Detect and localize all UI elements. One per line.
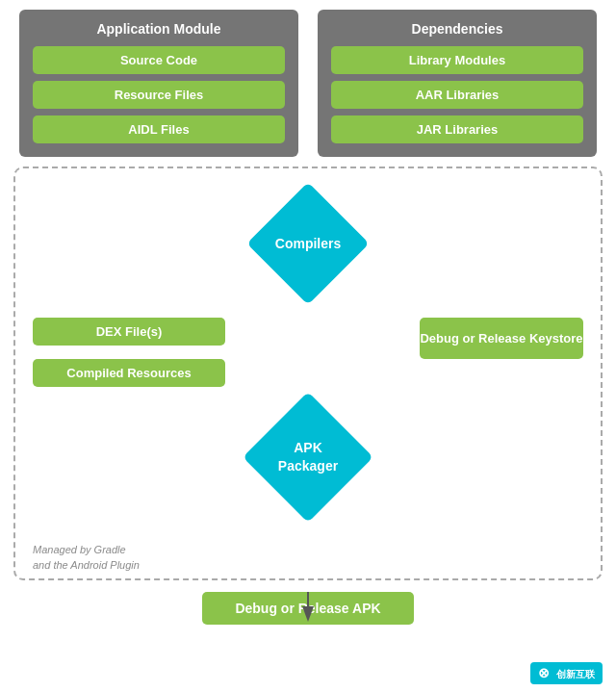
bottom-section: Debug or Release APK bbox=[0, 592, 616, 625]
resource-files-item: Resource Files bbox=[33, 81, 285, 109]
compilers-diamond: Compilers bbox=[245, 207, 371, 279]
library-modules-item: Library Modules bbox=[331, 46, 583, 74]
debug-keystore-item: Debug or Release Keystore bbox=[420, 318, 583, 359]
app-module-title: Application Module bbox=[96, 21, 220, 37]
compiled-resources-item: Compiled Resources bbox=[33, 359, 225, 387]
top-section: Application Module Source Code Resource … bbox=[0, 0, 616, 157]
left-stack: DEX File(s) Compiled Resources bbox=[33, 318, 225, 387]
mid-flow: DEX File(s) Compiled Resources Debug or … bbox=[15, 318, 601, 387]
aar-libraries-item: AAR Libraries bbox=[331, 81, 583, 109]
aidl-files-item: AIDL Files bbox=[33, 115, 285, 143]
gradle-label: Managed by Gradleand the Android Plugin bbox=[33, 543, 140, 573]
source-code-item: Source Code bbox=[33, 46, 285, 74]
jar-libraries-item: JAR Libraries bbox=[331, 115, 583, 143]
app-module-box: Application Module Source Code Resource … bbox=[19, 10, 298, 157]
apk-packager-diamond: APKPackager bbox=[245, 416, 371, 498]
final-apk-item: Debug or Release APK bbox=[202, 592, 414, 625]
dex-files-item: DEX File(s) bbox=[33, 318, 225, 346]
build-process-area: Compilers DEX File(s) Compiled Resources… bbox=[13, 167, 603, 580]
apk-packager-row: APKPackager bbox=[15, 416, 601, 498]
apk-packager-label: APKPackager bbox=[278, 439, 338, 474]
compilers-row: Compilers bbox=[15, 207, 601, 279]
dependencies-title: Dependencies bbox=[412, 21, 503, 37]
compilers-label: Compilers bbox=[275, 236, 341, 251]
dependencies-box: Dependencies Library Modules AAR Librari… bbox=[318, 10, 597, 157]
watermark: ⊗ 创新互联 bbox=[530, 662, 603, 684]
keystore-box: Debug or Release Keystore bbox=[420, 318, 583, 359]
diagram-container: Application Module Source Code Resource … bbox=[0, 0, 616, 692]
